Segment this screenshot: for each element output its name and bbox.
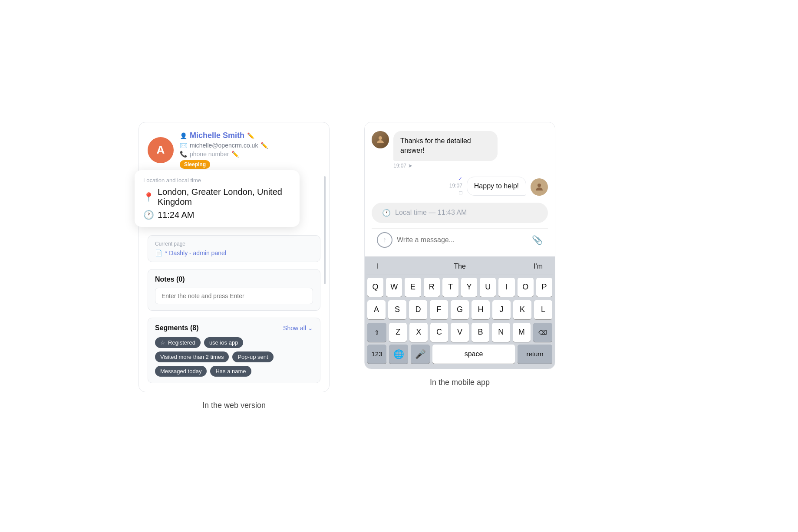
received-message: Thanks for the detailed answer! 19:07 ➤ [372, 131, 548, 169]
key-q[interactable]: Q [367, 278, 383, 297]
key-u[interactable]: U [480, 278, 496, 297]
tag-registered: ☆ Registered [155, 337, 201, 348]
key-n[interactable]: N [492, 323, 510, 342]
sent-meta: ✓ 19:07 □ [449, 176, 462, 196]
star-icon: ☆ [160, 339, 165, 346]
num-key[interactable]: 123 [367, 345, 386, 364]
scrollbar[interactable] [324, 176, 326, 284]
globe-key[interactable]: 🌐 [389, 345, 408, 364]
location-tooltip: Location and local time 📍 London, Greate… [135, 170, 300, 227]
contact-phone-row: 📞 phone number ✏️ [180, 151, 320, 158]
keyboard-suggestions: I The I'm [366, 260, 553, 275]
svg-point-1 [537, 184, 541, 187]
tooltip-title: Location and local time [143, 177, 291, 184]
key-y[interactable]: Y [461, 278, 477, 297]
local-time-bubble: 🕐 Local time — 11:43 AM [372, 203, 548, 223]
keyboard-rows: Q W E R T Y U I O P A S [366, 278, 553, 342]
send-button[interactable]: ↑ [377, 232, 392, 248]
chat-avatar-image [372, 131, 389, 148]
suggestion-the[interactable]: The [432, 262, 487, 271]
key-r[interactable]: R [424, 278, 440, 297]
chevron-down-icon: ⌄ [308, 325, 313, 332]
tag-ios: use ios app [204, 337, 244, 348]
key-c[interactable]: C [430, 323, 448, 342]
message-input-row: ↑ 📎 [372, 228, 548, 251]
clock-icon: 🕐 [143, 210, 154, 220]
return-key[interactable]: return [518, 345, 552, 364]
tag-messaged: Messaged today [155, 366, 207, 377]
keyboard-bottom-row: 123 🌐 🎤 space return [366, 342, 553, 367]
sent-bubble: Happy to help! [467, 177, 526, 196]
segments-section: Segments (8) Show all ⌄ ☆ Registered use… [148, 318, 320, 383]
check-icon: ✓ [458, 176, 462, 182]
web-card: A 👤 Michelle Smith ✏️ ✉️ michelle@opencr… [138, 122, 330, 392]
web-section: A 👤 Michelle Smith ✏️ ✉️ michelle@opencr… [138, 122, 330, 410]
notes-input[interactable] [155, 288, 313, 304]
key-z[interactable]: Z [389, 323, 407, 342]
key-x[interactable]: X [409, 323, 427, 342]
tooltip-location: 📍 London, Greater London, United Kingdom [143, 187, 291, 207]
key-j[interactable]: J [492, 300, 511, 319]
message-input[interactable] [397, 236, 528, 244]
key-d[interactable]: D [409, 300, 427, 319]
shift-key[interactable]: ⇧ [367, 323, 386, 342]
tag-hasname: Has a name [210, 366, 251, 377]
segments-tags: ☆ Registered use ios app Visited more th… [155, 337, 313, 377]
tag-popup: Pop-up sent [232, 351, 273, 362]
key-l[interactable]: L [534, 300, 552, 319]
key-g[interactable]: G [451, 300, 469, 319]
key-e[interactable]: E [405, 278, 421, 297]
mobile-card: Thanks for the detailed answer! 19:07 ➤ … [364, 122, 555, 369]
chat-avatar-sent [531, 178, 548, 196]
segments-header: Segments (8) Show all ⌄ [155, 324, 313, 332]
mobile-section: Thanks for the detailed answer! 19:07 ➤ … [364, 122, 555, 387]
status-badge: Sleeping [180, 160, 210, 169]
chat-avatar-received [372, 131, 389, 148]
page-icon: 📄 [155, 250, 162, 256]
key-a[interactable]: A [367, 300, 386, 319]
phone-icon: 📞 [180, 151, 187, 158]
contact-name-link[interactable]: Michelle Smith [190, 131, 244, 140]
tag-visited: Visited more than 2 times [155, 351, 229, 362]
mic-key[interactable]: 🎤 [411, 345, 430, 364]
key-w[interactable]: W [386, 278, 402, 297]
edit-email-icon[interactable]: ✏️ [261, 142, 268, 149]
key-t[interactable]: T [442, 278, 458, 297]
key-h[interactable]: H [472, 300, 490, 319]
key-i[interactable]: I [498, 278, 514, 297]
contact-header: A 👤 Michelle Smith ✏️ ✉️ michelle@opencr… [139, 122, 329, 176]
current-page-label: Current page [155, 241, 313, 247]
received-bubble: Thanks for the detailed answer! [393, 131, 498, 161]
space-key[interactable]: space [432, 345, 515, 364]
suggestion-i[interactable]: I [370, 262, 432, 271]
card-body: Current page 📄 * Dashly - admin panel No… [139, 228, 329, 383]
contact-info: 👤 Michelle Smith ✏️ ✉️ michelle@opencrm.… [180, 131, 320, 169]
backspace-key[interactable]: ⌫ [533, 323, 552, 342]
show-all-button[interactable]: Show all ⌄ [283, 325, 313, 332]
key-p[interactable]: P [536, 278, 552, 297]
svg-point-0 [379, 136, 382, 140]
key-f[interactable]: F [430, 300, 448, 319]
attach-icon[interactable]: 📎 [532, 235, 543, 245]
keyboard-row-2: A S D F G H J K L [367, 300, 552, 319]
avatar: A [148, 137, 174, 163]
key-b[interactable]: B [472, 323, 489, 342]
edit-phone-icon[interactable]: ✏️ [231, 151, 239, 158]
edit-name-icon[interactable]: ✏️ [247, 132, 254, 139]
envelope-icon: ✉️ [180, 142, 187, 149]
received-meta: 19:07 ➤ [393, 163, 412, 169]
sent-message: ✓ 19:07 □ Happy to help! [372, 176, 548, 196]
suggestion-im[interactable]: I'm [488, 262, 550, 271]
key-k[interactable]: K [513, 300, 531, 319]
person-icon: 👤 [180, 132, 187, 139]
key-o[interactable]: O [518, 278, 534, 297]
contact-email-row: ✉️ michelle@opencrm.co.uk ✏️ [180, 142, 320, 149]
send-arrow-icon: ➤ [408, 163, 412, 169]
key-s[interactable]: S [388, 300, 406, 319]
tooltip-time: 🕐 11:24 AM [143, 210, 291, 220]
notes-section: Notes (0) [148, 269, 320, 311]
location-icon: 📍 [143, 192, 154, 202]
page-link[interactable]: 📄 * Dashly - admin panel [155, 250, 313, 256]
key-v[interactable]: V [451, 323, 468, 342]
key-m[interactable]: M [513, 323, 531, 342]
